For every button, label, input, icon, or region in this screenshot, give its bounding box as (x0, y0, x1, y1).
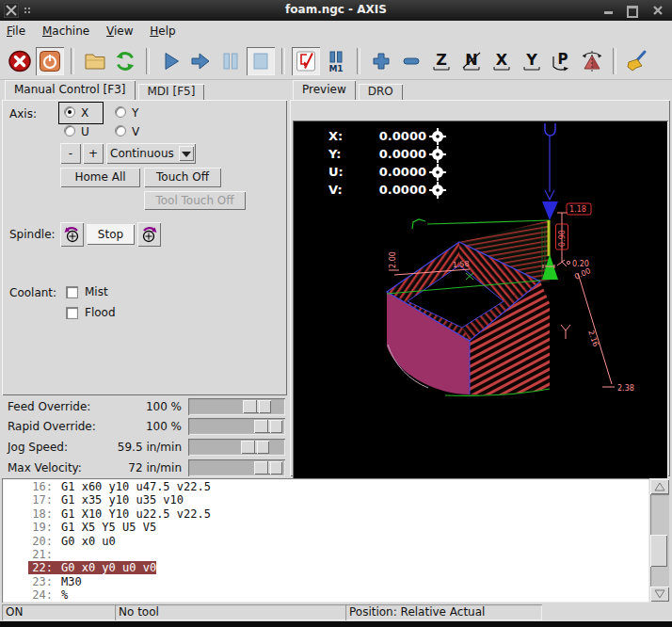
skip-lines-button[interactable] (292, 47, 320, 75)
reload-file-button[interactable] (111, 47, 139, 75)
machine-power-icon (38, 49, 62, 73)
run-program-button[interactable] (156, 47, 184, 75)
tool-touch-off-button: Tool Touch Off (144, 191, 246, 210)
radio-axis-x-label[interactable]: X (81, 106, 88, 120)
spindle-cw-icon (138, 223, 160, 246)
view-x-button[interactable]: X (488, 47, 516, 75)
open-file-button[interactable] (81, 47, 109, 75)
home-all-button[interactable]: Home All (60, 168, 140, 187)
scrollbar-up-arrow[interactable] (650, 479, 669, 494)
gcode-line[interactable]: 18:G1 X10 Y10 u22.5 v22.5 (28, 507, 649, 521)
jog-minus-button[interactable]: - (60, 143, 81, 164)
toolbar: M1 Z N (0, 43, 672, 80)
menu-file[interactable]: File (0, 21, 32, 40)
broom-icon (625, 49, 649, 73)
max-velocity-slider[interactable] (188, 459, 285, 476)
menu-help[interactable]: Help (143, 21, 182, 40)
preview-canvas[interactable]: X: 0.0000 Y: 0.0000 U: 0.0000 V: 0.0000 (293, 121, 668, 490)
radio-axis-y-label[interactable]: Y (132, 106, 138, 120)
rapid-override-slider[interactable] (188, 418, 285, 435)
jog-speed-handle[interactable] (241, 441, 269, 454)
jog-plus-button[interactable]: + (83, 143, 104, 164)
view-z-rotated-button[interactable]: N (457, 47, 486, 75)
spindle-cw-button[interactable] (137, 222, 161, 247)
gcode-line[interactable]: 16:G1 x60 y10 u47.5 v22.5 (28, 480, 649, 493)
spindle-stop-button[interactable]: Stop (87, 224, 135, 245)
view-y-button[interactable]: Y (518, 47, 546, 75)
svg-text:X: X (496, 51, 508, 69)
chevron-down-icon[interactable] (179, 146, 194, 161)
close-button[interactable] (651, 5, 664, 16)
radio-axis-x[interactable] (64, 106, 75, 118)
menubar: File Machine View Help (0, 21, 672, 44)
radio-axis-u-label[interactable]: U (81, 125, 89, 138)
gcode-line[interactable]: 17:G1 x35 y10 u35 v10 (28, 493, 649, 506)
jog-speed-value: 59.5 in/min (52, 441, 182, 454)
radio-axis-v-label[interactable]: V (132, 125, 139, 138)
gcode-listing[interactable]: 16:G1 x60 y10 u47.5 v22.5 17:G1 x35 y10 … (2, 478, 649, 603)
dro-value-u: 0.0000 (379, 165, 426, 179)
scrollbar-down-arrow[interactable] (650, 587, 669, 602)
dro-value-v: 0.0000 (379, 183, 426, 197)
mist-label[interactable]: Mist (85, 285, 108, 298)
zoom-in-button[interactable] (367, 47, 395, 75)
max-velocity-handle[interactable] (254, 461, 282, 474)
gcode-line-active[interactable]: 22:G0 x0 y0 u0 v0 (28, 561, 649, 574)
pause-button[interactable] (216, 47, 245, 75)
jog-speed-slider[interactable] (188, 439, 285, 456)
spindle-ccw-button[interactable] (60, 222, 84, 247)
feed-override-handle[interactable] (243, 400, 271, 413)
minimize-button[interactable] (602, 5, 616, 16)
radio-axis-u[interactable] (64, 125, 75, 137)
estop-button[interactable] (6, 47, 34, 75)
toolbar-separator (146, 48, 150, 74)
mist-checkbox[interactable] (66, 286, 78, 298)
dro-axis-u: U: (328, 165, 344, 179)
jog-mode-combobox[interactable]: Continuous (106, 143, 196, 164)
preview-notebook: Preview DRO (290, 81, 670, 476)
tab-dro[interactable]: DRO (359, 84, 403, 100)
machine-power-button[interactable] (36, 47, 64, 75)
jog-mode-value: Continuous (106, 147, 179, 160)
radio-axis-v[interactable] (115, 125, 126, 137)
feed-override-slider[interactable] (188, 398, 285, 415)
scrollbar-thumb[interactable] (650, 535, 667, 567)
gcode-line[interactable]: 21: (28, 548, 649, 561)
step-arrow-icon (188, 49, 213, 73)
gcode-line[interactable]: 20:G0 x0 u0 (28, 535, 649, 548)
clear-plot-button[interactable] (623, 47, 651, 75)
menu-view[interactable]: View (100, 21, 139, 40)
view-y-icon: Y (520, 49, 544, 73)
window-title: foam.ngc - AXIS (0, 3, 672, 16)
minimize-icon (604, 11, 613, 14)
rapid-override-handle[interactable] (254, 420, 282, 433)
menu-machine[interactable]: Machine (36, 21, 96, 40)
tab-manual-control[interactable]: Manual Control [F3] (5, 80, 136, 100)
zoom-out-button[interactable] (397, 47, 425, 75)
spindle-label: Spindle: (9, 228, 56, 241)
skip-lines-icon (294, 49, 318, 73)
flood-label[interactable]: Flood (85, 306, 116, 319)
gcode-line[interactable]: 19:G1 X5 Y5 U5 V5 (28, 521, 649, 534)
maximize-button[interactable] (625, 5, 638, 16)
rotate-view-button[interactable] (578, 47, 606, 75)
stop-button[interactable] (247, 47, 275, 75)
step-button[interactable] (186, 47, 215, 75)
tab-preview[interactable]: Preview (293, 80, 356, 100)
view-z-button[interactable]: Z (427, 47, 456, 75)
axis-window: foam.ngc - AXIS File Machine View Help (0, 0, 672, 627)
titlebar[interactable]: foam.ngc - AXIS (0, 0, 672, 21)
optional-pause-button[interactable]: M1 (322, 47, 350, 75)
view-perspective-button[interactable]: P (548, 47, 576, 75)
gcode-line[interactable]: 23:M30 (28, 575, 649, 588)
preview-body: X: 0.0000 Y: 0.0000 U: 0.0000 V: 0.0000 (290, 100, 670, 476)
gcode-scrollbar[interactable] (649, 478, 670, 603)
gcode-line[interactable]: 24:% (28, 588, 649, 602)
view-perspective-icon: P (550, 49, 574, 73)
status-tool: No tool (115, 604, 346, 620)
view-x-icon: X (489, 49, 514, 73)
touch-off-button[interactable]: Touch Off (144, 168, 221, 187)
radio-axis-y[interactable] (115, 106, 126, 118)
tab-mdi[interactable]: MDI [F5] (138, 84, 205, 100)
flood-checkbox[interactable] (66, 307, 78, 319)
